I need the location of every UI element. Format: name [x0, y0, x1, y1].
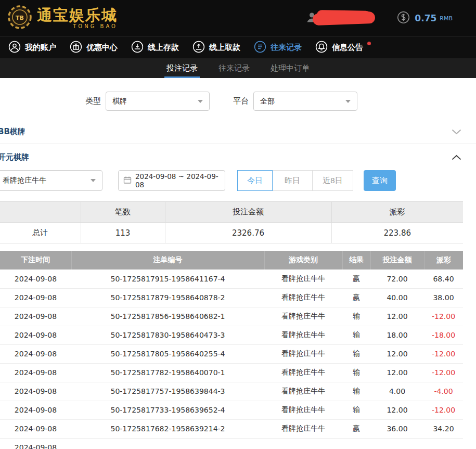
- date-range-value: 2024-09-08 ~ 2024-09-08: [135, 172, 220, 189]
- cell-bet-amount: 72.00: [370, 270, 424, 288]
- yesterday-button[interactable]: 昨日: [272, 170, 313, 191]
- table-row: 2024-09-08 50-1725817682-1958639214-2 看牌…: [0, 419, 463, 438]
- cell-payout: [424, 438, 463, 449]
- cell-bet-amount: 12.00: [370, 307, 424, 326]
- cell-payout: 34.20: [424, 419, 463, 438]
- cell-result: 输: [342, 401, 370, 419]
- dollar-icon: [397, 11, 410, 26]
- chevron-down-icon[interactable]: [452, 127, 461, 137]
- cell-result: 输: [342, 307, 370, 326]
- cell-bet-amount: 40.00: [370, 288, 424, 307]
- cell-bet-time: 2024-09-08: [0, 326, 71, 344]
- section-title: 开元棋牌: [0, 152, 29, 162]
- cell-bet-number: 50-1725817830-1958640473-3: [71, 326, 264, 344]
- cell-bet-amount: 12.00: [370, 401, 424, 419]
- summary-count-value: 113: [81, 223, 165, 243]
- section-kaiyuan-games[interactable]: 开元棋牌: [0, 144, 476, 170]
- notification-dot: [367, 42, 371, 45]
- date-range-picker[interactable]: 2024-09-08 ~ 2024-09-08: [118, 170, 225, 191]
- cell-game-type: 看牌抢庄牛牛: [264, 401, 342, 419]
- cell-result: 输: [342, 344, 370, 363]
- cell-result: 输: [342, 363, 370, 382]
- query-bar: 看牌抢庄牛牛 2024-09-08 ~ 2024-09-08 今日 昨日 近8日…: [0, 170, 476, 191]
- nav-item-my-account[interactable]: 我的账户: [8, 41, 56, 55]
- brand-subtitle: TONG BAO: [73, 24, 118, 29]
- tab-transaction-records[interactable]: 往来记录: [216, 58, 252, 78]
- nav-item-announcements[interactable]: 信息公告: [315, 41, 371, 55]
- cell-bet-time: 2024-09-08: [0, 363, 71, 382]
- game-select[interactable]: 看牌抢庄牛牛: [0, 170, 102, 191]
- summary-payout-value: 223.86: [331, 223, 463, 243]
- cell-bet-number: 50-1725817682-1958639214-2: [71, 419, 264, 438]
- summary-table: 笔数 投注金额 派彩 总计 113 2326.76 223.86: [0, 201, 463, 243]
- page: TB 通宝娱乐城 TONG BAO: [0, 0, 476, 449]
- table-row: 2024-09-08 50-1725817856-1958640682-1 看牌…: [0, 307, 463, 326]
- cell-game-type: 看牌抢庄牛牛: [264, 288, 342, 307]
- cell-result: [342, 438, 370, 449]
- cell-game-type: 看牌抢庄牛牛: [264, 344, 342, 363]
- table-row: 2024-09-08 50-1725817830-1958640473-3 看牌…: [0, 326, 463, 344]
- top-header: TB 通宝娱乐城 TONG BAO: [0, 0, 476, 36]
- tab-processing-orders[interactable]: 处理中订单: [268, 58, 312, 78]
- cell-bet-time: 2024-09-08: [0, 382, 71, 401]
- cell-result: 输: [342, 326, 370, 344]
- bet-records-table: 下注时间 注单编号 游戏类别 结果 投注金额 派彩 2024-09-08 50-…: [0, 251, 463, 449]
- bet-table-header-row: 下注时间 注单编号 游戏类别 结果 投注金额 派彩: [0, 251, 463, 270]
- calendar-icon: [123, 176, 132, 186]
- deposit-icon: [131, 41, 144, 55]
- redacted-username: [313, 11, 376, 25]
- balance-amount: 0.75: [415, 13, 436, 23]
- bet-table-body: 2024-09-08 50-1725817915-1958641167-4 看牌…: [0, 270, 463, 449]
- summary-bet-amount-value: 2326.76: [165, 223, 331, 243]
- cell-bet-time: 2024-09-08: [0, 401, 71, 419]
- gift-icon: [70, 41, 82, 55]
- bell-icon: [315, 41, 328, 55]
- cell-payout: -4.00: [424, 382, 463, 401]
- section-bb-games[interactable]: BB棋牌: [0, 120, 476, 144]
- chevron-up-icon[interactable]: [452, 152, 461, 162]
- platform-select[interactable]: 全部: [253, 92, 357, 111]
- search-button[interactable]: 查询: [364, 170, 396, 191]
- today-button[interactable]: 今日: [237, 170, 273, 191]
- nav-item-promotions[interactable]: 优惠中心: [70, 41, 118, 55]
- nav-item-withdraw[interactable]: 线上取款: [192, 41, 240, 55]
- cell-bet-time: 2024-09-08: [0, 419, 71, 438]
- cell-bet-number: 50-1725817879-1958640878-2: [71, 288, 264, 307]
- balance-display[interactable]: 0.75 RMB: [397, 11, 453, 26]
- record-tabs: 投注记录 往来记录 处理中订单: [0, 58, 476, 78]
- type-select[interactable]: 棋牌: [106, 92, 210, 111]
- cell-bet-number: 50-1725817856-1958640682-1: [71, 307, 264, 326]
- nav-item-deposit[interactable]: 线上存款: [131, 41, 179, 55]
- cell-result: 输: [342, 382, 370, 401]
- cell-payout: -12.00: [424, 363, 463, 382]
- cell-payout: -18.00: [424, 326, 463, 344]
- summary-total-row: 总计 113 2326.76 223.86: [0, 223, 463, 243]
- withdraw-icon: [192, 41, 205, 55]
- records-icon: [254, 41, 266, 55]
- casino-chip-icon: TB: [7, 5, 32, 32]
- cell-result: 赢: [342, 270, 370, 288]
- nav-item-records[interactable]: 往来记录: [254, 41, 302, 55]
- date-shortcut-group: 今日 昨日 近8日: [238, 170, 353, 191]
- nav-label: 往来记录: [271, 43, 302, 53]
- header-bet-number: 注单编号: [71, 251, 264, 270]
- cell-game-type: 看牌抢庄牛牛: [264, 419, 342, 438]
- cell-game-type: 看牌抢庄牛牛: [264, 382, 342, 401]
- nav-label: 优惠中心: [86, 43, 118, 53]
- cell-bet-amount: 12.00: [370, 344, 424, 363]
- last-8-days-button[interactable]: 近8日: [312, 170, 353, 191]
- balance-currency: RMB: [440, 15, 453, 22]
- brand-logo[interactable]: TB 通宝娱乐城 TONG BAO: [7, 5, 118, 32]
- tab-bet-records[interactable]: 投注记录: [164, 58, 200, 78]
- user-account-area[interactable]: [305, 10, 375, 27]
- header-result: 结果: [342, 251, 370, 270]
- nav-label: 我的账户: [25, 43, 56, 53]
- cell-bet-amount: 36.00: [370, 419, 424, 438]
- nav-label: 信息公告: [332, 43, 363, 53]
- filter-bar: 类型 棋牌 平台 全部: [0, 78, 459, 120]
- game-select-value: 看牌抢庄牛牛: [3, 176, 46, 185]
- cell-bet-amount: 4.00: [370, 382, 424, 401]
- cell-payout: -12.00: [424, 344, 463, 363]
- cell-bet-time: 2024-09-08: [0, 288, 71, 307]
- cell-result: 赢: [342, 419, 370, 438]
